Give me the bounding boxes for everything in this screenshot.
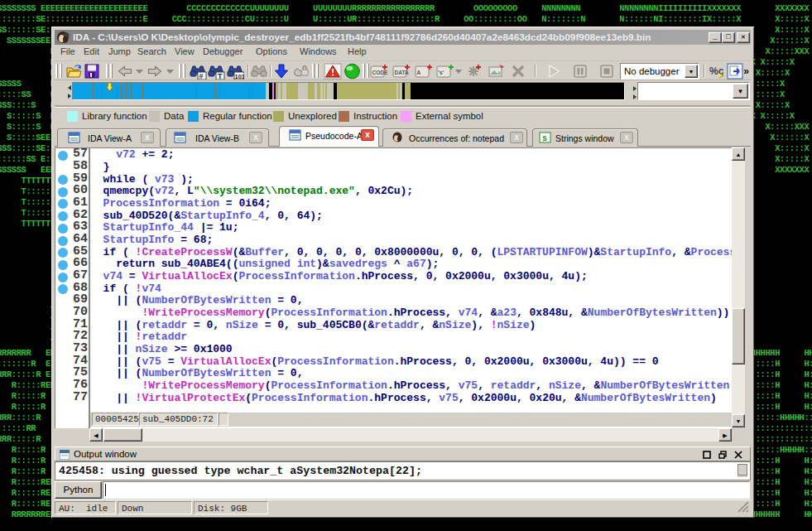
svg-text:s: s [542,134,547,143]
svg-text:CODE: CODE [372,70,388,75]
svg-text:'s': 's' [439,70,444,75]
svg-text:T: T [218,72,223,80]
svg-text:A: A [417,70,421,75]
svg-text:DATA: DATA [395,70,409,75]
svg-text:#: # [199,72,204,80]
svg-text:101: 101 [235,73,245,80]
